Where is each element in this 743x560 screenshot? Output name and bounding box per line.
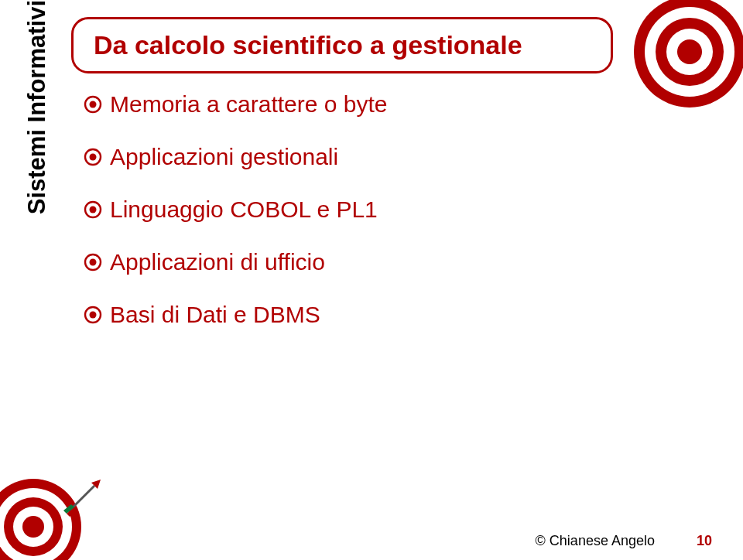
list-item: Basi di Dati e DBMS — [84, 302, 656, 328]
svg-point-14 — [90, 312, 97, 319]
svg-point-4 — [677, 39, 702, 64]
svg-point-10 — [90, 207, 97, 213]
svg-point-8 — [90, 154, 97, 161]
list-item: Applicazioni gestionali — [84, 144, 656, 170]
sidebar: Sistemi Informativi — [19, 0, 56, 402]
slide: Sistemi Informativi Da calcolo scientifi… — [0, 0, 743, 560]
dart-icon — [63, 470, 110, 517]
bullet-list: Memoria a carattere o byte Applicazioni … — [84, 91, 656, 354]
bullet-icon — [84, 253, 102, 271]
bullet-icon — [84, 148, 102, 166]
bullet-text: Linguaggio COBOL e PL1 — [110, 196, 378, 223]
list-item: Memoria a carattere o byte — [84, 91, 656, 118]
bullet-icon — [84, 200, 102, 219]
page-title: Da calcolo scientifico a gestionale — [94, 30, 522, 60]
svg-point-19 — [22, 516, 44, 538]
svg-point-6 — [90, 101, 97, 108]
bullet-icon — [84, 95, 102, 114]
list-item: Linguaggio COBOL e PL1 — [84, 196, 656, 223]
copyright-text: © Chianese Angelo — [536, 533, 655, 549]
bullet-text: Basi di Dati e DBMS — [110, 302, 320, 328]
title-box: Da calcolo scientifico a gestionale — [71, 17, 613, 73]
list-item: Applicazioni di ufficio — [84, 249, 656, 275]
bullet-text: Applicazioni di ufficio — [110, 249, 325, 275]
page-number: 10 — [697, 533, 712, 549]
footer: © Chianese Angelo 10 — [536, 533, 712, 549]
bullet-icon — [84, 306, 102, 324]
sidebar-title: Sistemi Informativi — [23, 0, 51, 214]
bullet-text: Applicazioni gestionali — [110, 144, 338, 170]
svg-point-12 — [90, 259, 97, 266]
bullet-text: Memoria a carattere o byte — [110, 91, 388, 118]
